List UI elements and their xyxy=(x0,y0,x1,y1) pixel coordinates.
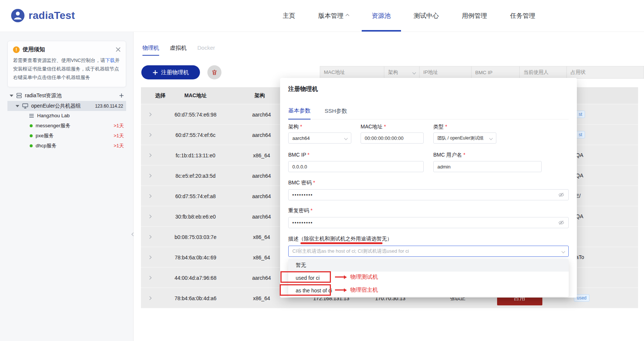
cell-mac-address: 8c:e5:ef:20:a3:5d xyxy=(162,165,229,186)
mac-input[interactable] xyxy=(361,132,424,144)
tab-basic-params[interactable]: 基本参数 xyxy=(288,107,310,119)
filter-mac-input[interactable]: MAC地址 xyxy=(320,66,384,78)
filter-bmc-ip-input[interactable]: BMC IP xyxy=(472,66,520,78)
cell-architecture: aarch64 xyxy=(239,104,284,125)
uptime-badge: >1天 xyxy=(114,142,124,149)
brand-name: radiaTest xyxy=(29,10,75,22)
filter-current-user-input[interactable]: 当前使用人 xyxy=(520,66,567,78)
caret-down-icon[interactable] xyxy=(10,95,13,97)
nav-home-label: 主页 xyxy=(283,12,295,20)
uptime-badge: >1天 xyxy=(114,122,124,129)
arch-select[interactable]: aarch64 xyxy=(288,132,351,144)
cell-user-partial: QA xyxy=(576,213,583,219)
eye-off-icon[interactable] xyxy=(558,220,564,226)
cell-mac-address: fc:1b:d1:13:11:e0 xyxy=(162,145,229,165)
filter-ip-placeholder: IP地址 xyxy=(423,69,438,76)
chevron-down-icon xyxy=(344,136,348,140)
sidebar: ! 使用须知 若需要查看资源监控、使用VNC控制台，请下载并安装根证书批量信任机… xyxy=(0,32,134,341)
cell-mac-address: 60:d7:55:74:ef:6c xyxy=(162,125,229,145)
expand-row-icon[interactable] xyxy=(144,227,155,247)
cell-architecture: x86_64 xyxy=(239,227,284,247)
nav-test-center-label: 测试中心 xyxy=(414,12,439,20)
expand-row-icon[interactable] xyxy=(144,288,155,308)
usage-notice-card: ! 使用须知 若需要查看资源监控、使用VNC控制台，请下载并安装根证书批量信任机… xyxy=(7,41,126,87)
sidebar-collapse-handle[interactable] xyxy=(129,229,137,240)
tab-virtual-machine[interactable]: 虚拟机 xyxy=(170,45,187,55)
filter-occupy-status-input[interactable]: 占用状 xyxy=(567,66,644,78)
usage-tag-partial: st xyxy=(576,111,585,118)
bmc-password-label: BMC 密码 xyxy=(288,180,315,186)
chevron-down-icon xyxy=(562,249,565,253)
nav-case-label: 用例管理 xyxy=(462,12,487,20)
tree-node-label: dhcp服务 xyxy=(36,142,56,149)
arch-label: 架构 xyxy=(288,124,302,130)
expand-row-icon[interactable] xyxy=(144,206,155,227)
cell-mac-address: 44:00:4d:a7:96:68 xyxy=(162,268,229,288)
option-none[interactable]: 暂无 xyxy=(288,259,569,272)
arch-select-value: aarch64 xyxy=(292,135,342,141)
cell-mac-address: 30:fb:b8:eb:e6:e0 xyxy=(162,206,229,227)
cell-architecture: x86_64 xyxy=(239,288,284,308)
tab-ssh-params[interactable]: SSH参数 xyxy=(325,108,347,119)
cell-architecture: aarch64 xyxy=(239,125,284,145)
nav-version-management[interactable]: 版本管理 xyxy=(318,0,349,32)
expand-row-icon[interactable] xyxy=(144,104,155,125)
expand-row-icon[interactable] xyxy=(144,186,155,206)
nav-test-center[interactable]: 测试中心 xyxy=(414,0,439,32)
tree-node-resource-pool[interactable]: radiaTest资源池 xyxy=(0,91,134,101)
cell-architecture: aarch64 xyxy=(239,186,284,206)
register-machine-button[interactable]: 注册物理机 xyxy=(141,65,200,79)
expand-row-icon[interactable] xyxy=(144,247,155,268)
description-label: 描述（除宿主机和测试机之外用途请选暂无） xyxy=(288,236,392,242)
expand-row-icon[interactable] xyxy=(144,125,155,145)
cell-mac-address: 60:d7:55:74:e6:98 xyxy=(162,104,229,125)
expand-row-icon[interactable] xyxy=(144,268,155,288)
filter-bmc-ip-placeholder: BMC IP xyxy=(475,70,493,75)
nav-resource-pool-label: 资源池 xyxy=(372,12,391,20)
nav-task-management[interactable]: 任务管理 xyxy=(510,0,535,32)
modal-tabs: 基本参数 SSH参数 xyxy=(288,104,569,119)
cell-architecture: aarch64 xyxy=(239,268,284,288)
warning-icon: ! xyxy=(13,46,20,53)
repeat-password-input[interactable] xyxy=(288,217,569,228)
description-select[interactable]: CI宿主机请选as the host of ci; CI测试机请选used fo… xyxy=(288,246,569,257)
eye-off-icon[interactable] xyxy=(558,192,564,198)
cell-architecture: x86_64 xyxy=(239,247,284,268)
nav-case-management[interactable]: 用例管理 xyxy=(462,0,487,32)
plus-icon[interactable] xyxy=(119,93,124,98)
tab-physical-machine[interactable]: 物理机 xyxy=(142,45,159,56)
tree-node-label: Hangzhou Lab xyxy=(37,113,70,118)
uptime-badge: >1天 xyxy=(114,132,124,139)
bmc-user-input[interactable] xyxy=(433,161,542,172)
brand-logo[interactable]: radiaTest xyxy=(10,8,75,23)
bmc-password-input[interactable] xyxy=(288,189,569,200)
tree-node-hangzhou-lab[interactable]: Hangzhou Lab xyxy=(0,111,134,121)
mac-label: MAC地址 xyxy=(361,124,386,130)
tab-docker[interactable]: Docker xyxy=(197,45,215,54)
delete-machines-button[interactable] xyxy=(207,65,221,79)
filter-arch-select[interactable]: 架构 xyxy=(384,66,420,78)
expand-row-icon[interactable] xyxy=(144,165,155,186)
tree-node-dhcp-service[interactable]: dhcp服务 >1天 xyxy=(0,141,134,151)
cell-mac-address: 78:b4:6a:0b:4c:69 xyxy=(162,247,229,268)
close-icon[interactable] xyxy=(116,47,121,52)
cell-user-partial: QA xyxy=(576,173,583,178)
annotation-box-as-the-host-of-ci xyxy=(280,284,331,296)
annotation-note-host-machine: 物理宿主机 xyxy=(335,286,378,294)
annotation-note-test-machine: 物理测试机 xyxy=(335,273,378,281)
trash-icon xyxy=(211,69,218,76)
filter-ip-input[interactable]: IP地址 xyxy=(420,66,472,78)
expand-row-icon[interactable] xyxy=(144,145,155,165)
tree-node-messenger-service[interactable]: messenger服务 >1天 xyxy=(0,121,134,131)
tree-node-machine-group[interactable]: openEuler公共机器组 123.60.114.22 xyxy=(7,101,126,111)
download-link[interactable]: 下载 xyxy=(105,58,115,63)
caret-down-icon[interactable] xyxy=(16,105,19,107)
tree-node-pxe-service[interactable]: pxe服务 >1天 xyxy=(0,131,134,141)
nav-home[interactable]: 主页 xyxy=(283,0,295,32)
arrow-right-icon xyxy=(335,275,347,279)
list-icon xyxy=(29,114,34,118)
bmc-ip-input[interactable] xyxy=(288,161,424,172)
type-select[interactable]: 团队 / openEuler测试组 xyxy=(433,132,496,144)
nav-resource-pool[interactable]: 资源池 xyxy=(372,0,391,32)
machine-group-ip: 123.60.114.22 xyxy=(95,104,123,109)
